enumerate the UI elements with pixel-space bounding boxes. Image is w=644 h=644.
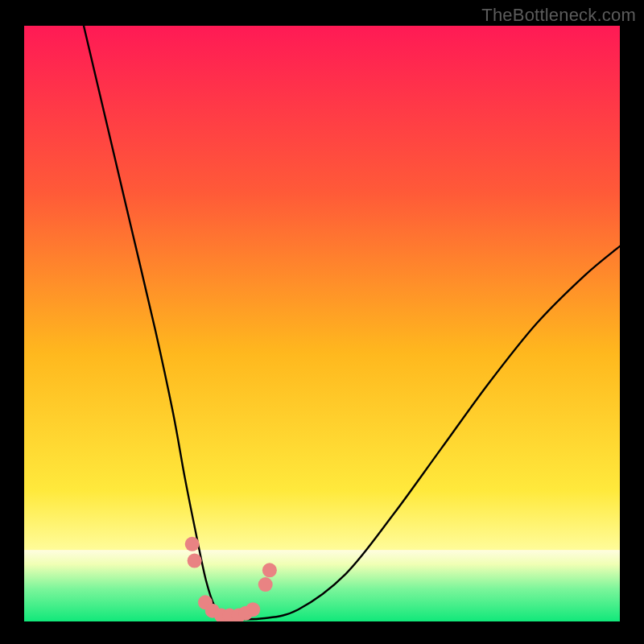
marker-dot — [262, 563, 277, 577]
watermark-text: TheBottleneck.com — [481, 5, 636, 26]
plot-area — [24, 26, 620, 621]
bottom-band — [24, 550, 620, 621]
marker-dot — [246, 602, 260, 617]
chart-svg — [24, 26, 620, 621]
marker-dot — [258, 577, 273, 592]
chart-container: TheBottleneck.com — [0, 0, 644, 644]
gradient-background — [24, 26, 620, 621]
marker-dot — [185, 537, 200, 551]
marker-dot — [188, 554, 202, 568]
